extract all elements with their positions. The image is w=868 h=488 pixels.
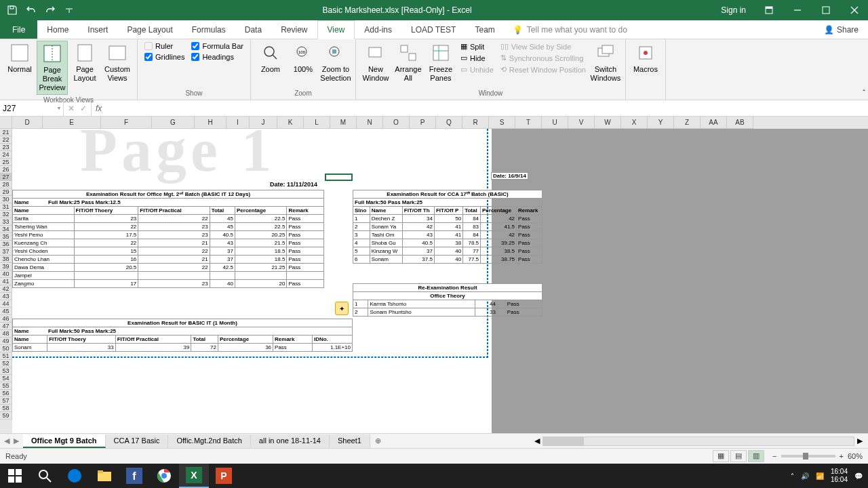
zoom-in-button[interactable]: +	[840, 452, 844, 460]
share-button[interactable]: 👤 Share	[814, 20, 868, 39]
tab-load-test[interactable]: LOAD TEST	[401, 20, 465, 39]
row-header[interactable]: 24	[0, 151, 12, 159]
col-header[interactable]: P	[410, 117, 436, 129]
new-window-button[interactable]: New Window	[360, 41, 391, 84]
row-header[interactable]: 33	[0, 218, 12, 226]
arrange-all-button[interactable]: Arrange All	[393, 41, 424, 84]
tab-view[interactable]: View	[317, 20, 355, 39]
col-header[interactable]: M	[330, 117, 357, 129]
system-tray[interactable]: ˄ 🔊 📶 16:04 16:04 💬	[791, 468, 868, 484]
row-header[interactable]: 40	[0, 270, 12, 278]
row-header[interactable]: 21	[0, 129, 12, 136]
split-button[interactable]: ▦Split	[458, 41, 496, 52]
col-header[interactable]: K	[277, 117, 304, 129]
normal-shortcut[interactable]: ▦	[713, 450, 729, 462]
notifications-icon[interactable]: 💬	[854, 472, 863, 480]
col-header[interactable]: E	[43, 117, 101, 129]
hide-button[interactable]: ▭Hide	[458, 52, 496, 64]
add-sheet-button[interactable]: ⊕	[370, 436, 387, 445]
col-header[interactable]: X	[621, 117, 648, 129]
file-explorer-button[interactable]	[90, 464, 119, 488]
row-header[interactable]: 30	[0, 196, 12, 203]
zoom-to-selection-button[interactable]: Zoom to Selection	[320, 41, 351, 84]
col-header[interactable]: U	[542, 117, 568, 129]
tab-page-layout[interactable]: Page Layout	[117, 20, 182, 39]
tab-data[interactable]: Data	[235, 20, 271, 39]
col-header[interactable]: D	[12, 117, 43, 129]
zoom-button[interactable]: Zoom	[255, 41, 286, 75]
row-header[interactable]: 32	[0, 211, 12, 218]
tell-me-search[interactable]: 💡 Tell me what you want to do	[505, 20, 814, 39]
col-header[interactable]: J	[250, 117, 277, 129]
row-header[interactable]: 34	[0, 226, 12, 233]
row-header[interactable]: 42	[0, 285, 12, 293]
row-header[interactable]: 57	[0, 397, 12, 405]
formula-bar-checkbox[interactable]: Formula Bar	[189, 41, 246, 52]
collapse-ribbon-icon[interactable]: ˆ	[863, 89, 865, 97]
col-header[interactable]: Z	[674, 117, 701, 129]
facebook-button[interactable]: f	[119, 464, 149, 488]
col-header[interactable]: N	[357, 117, 383, 129]
row-header[interactable]: 26	[0, 166, 12, 174]
col-header[interactable]: L	[304, 117, 330, 129]
powerpoint-button[interactable]: P	[209, 464, 239, 488]
page-layout-button[interactable]: Page Layout	[69, 41, 100, 84]
row-header[interactable]: 59	[0, 412, 12, 420]
row-header[interactable]: 45	[0, 308, 12, 315]
zoom-slider[interactable]	[781, 455, 835, 458]
edge-button[interactable]	[60, 464, 90, 488]
tab-review[interactable]: Review	[271, 20, 317, 39]
row-header[interactable]: 44	[0, 300, 12, 308]
select-all-corner[interactable]	[0, 117, 12, 129]
undo-button[interactable]	[23, 2, 39, 18]
volume-icon[interactable]: 🔊	[801, 472, 809, 480]
redo-button[interactable]	[42, 2, 58, 18]
tab-file[interactable]: File	[0, 20, 37, 39]
formula-input[interactable]	[106, 100, 868, 116]
col-header[interactable]: H	[195, 117, 226, 129]
row-header[interactable]: 27	[0, 174, 12, 181]
row-header[interactable]: 50	[0, 345, 12, 352]
col-header[interactable]: G	[152, 117, 195, 129]
name-box[interactable]: J27	[0, 100, 64, 116]
page-break-shortcut[interactable]: ▥	[748, 450, 764, 462]
col-header[interactable]: AA	[701, 117, 727, 129]
headings-checkbox[interactable]: Headings	[189, 52, 246, 62]
qat-customize-icon[interactable]	[61, 2, 77, 18]
sheet-tab[interactable]: Office Mgt 9 Batch	[23, 434, 106, 448]
row-header[interactable]: 35	[0, 233, 12, 241]
page-break-preview-button[interactable]: Page Break Preview	[37, 41, 68, 95]
row-header[interactable]: 52	[0, 360, 12, 367]
page-layout-shortcut[interactable]: ▤	[730, 450, 747, 462]
col-header[interactable]: S	[489, 117, 515, 129]
wifi-icon[interactable]: 📶	[816, 472, 824, 480]
start-button[interactable]	[0, 464, 30, 488]
row-header[interactable]: 29	[0, 188, 12, 196]
row-header[interactable]: 28	[0, 181, 12, 188]
maximize-button[interactable]	[812, 0, 840, 20]
tab-team[interactable]: Team	[465, 20, 504, 39]
sheet-tab[interactable]: CCA 17 Basic	[106, 434, 169, 448]
reset-position-button[interactable]: ⟲Reset Window Position	[498, 64, 589, 75]
row-header[interactable]: 39	[0, 263, 12, 270]
tab-insert[interactable]: Insert	[78, 20, 117, 39]
row-header[interactable]: 41	[0, 278, 12, 285]
gridlines-checkbox[interactable]: Gridlines	[142, 52, 187, 62]
save-button[interactable]	[4, 2, 20, 18]
col-header[interactable]: R	[462, 117, 489, 129]
clock[interactable]: 16:04 16:04	[831, 468, 848, 484]
column-headers[interactable]: DEFGHIJKLMNOPQRSTUVWXYZAAAB	[0, 117, 868, 129]
col-header[interactable]: W	[595, 117, 621, 129]
unhide-button[interactable]: ▭Unhide	[458, 64, 496, 75]
col-header[interactable]: F	[101, 117, 152, 129]
row-header[interactable]: 31	[0, 203, 12, 211]
row-header[interactable]: 53	[0, 367, 12, 375]
normal-view-button[interactable]: Normal	[4, 41, 35, 75]
signin-link[interactable]: Sign in	[713, 5, 754, 15]
col-header[interactable]: V	[568, 117, 595, 129]
row-header[interactable]: 54	[0, 375, 12, 382]
zoom-100-button[interactable]: 100100%	[288, 41, 319, 75]
row-header[interactable]: 43	[0, 293, 12, 300]
close-button[interactable]	[841, 0, 868, 20]
sheet-tab[interactable]: Offic.Mgt.2nd Batch	[168, 434, 250, 448]
